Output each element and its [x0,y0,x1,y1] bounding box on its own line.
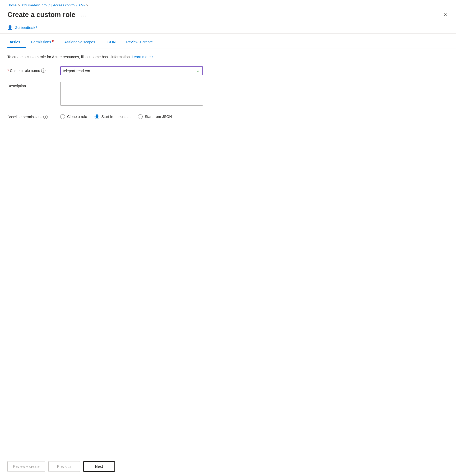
breadcrumb-sep-1: > [18,3,20,7]
tab-json[interactable]: JSON [100,38,121,48]
feedback-icon: 👤 [7,25,13,30]
panel-content: To create a custom role for Azure resour… [0,48,456,457]
create-custom-role-panel: Home > atburke-test_group | Access contr… [0,0,456,476]
required-star: * [7,68,9,73]
next-button[interactable]: Next [83,461,115,472]
role-name-input[interactable] [60,66,203,75]
description-row: Description [7,82,449,106]
previous-button[interactable]: Previous [48,461,80,472]
radio-clone-role-label: Clone a role [67,115,87,119]
permissions-dot [52,40,54,42]
radio-start-json-input[interactable] [138,114,143,119]
valid-check-icon: ✓ [197,68,200,74]
breadcrumb-sep-2: > [86,3,88,7]
role-name-row: * Custom role name i ✓ [7,66,449,75]
radio-start-json-label: Start from JSON [145,115,172,119]
external-link-icon: ↗ [151,56,153,59]
radio-clone-role[interactable]: Clone a role [60,114,87,119]
role-name-input-wrap: ✓ [60,66,203,75]
baseline-permissions-row: Baseline permissions i Clone a role Star… [7,113,449,119]
learn-more-link[interactable]: Learn more↗ [132,55,154,59]
tab-assignable-scopes[interactable]: Assignable scopes [59,38,100,48]
radio-clone-role-input[interactable] [60,114,65,119]
radio-group: Clone a role Start from scratch Start fr… [60,113,203,119]
tab-review-create[interactable]: Review + create [121,38,158,48]
breadcrumb: Home > atburke-test_group | Access contr… [0,0,456,9]
review-create-button[interactable]: Review + create [7,461,45,472]
baseline-permissions-label: Baseline permissions i [7,113,60,119]
feedback-bar: 👤 Got feedback? [0,23,456,34]
radio-start-json[interactable]: Start from JSON [138,114,172,119]
role-name-info-icon[interactable]: i [41,68,45,73]
role-name-input-wrapper: ✓ [60,66,203,75]
radio-start-scratch[interactable]: Start from scratch [95,114,131,119]
description-input-wrap [60,82,203,106]
tab-permissions[interactable]: Permissions [26,38,59,48]
ellipsis-button[interactable]: ... [78,11,89,19]
feedback-link[interactable]: Got feedback? [15,26,37,30]
close-button[interactable]: × [442,10,449,19]
panel-footer: Review + create Previous Next [0,457,456,476]
baseline-permissions-options: Clone a role Start from scratch Start fr… [60,113,203,119]
description-label: Description [7,82,60,88]
role-name-label: * Custom role name i [7,66,60,73]
tabs-bar: Basics Permissions Assignable scopes JSO… [0,34,456,48]
baseline-info-icon[interactable]: i [43,115,48,119]
tab-basics[interactable]: Basics [7,38,26,48]
radio-start-scratch-input[interactable] [95,114,99,119]
description-input[interactable] [60,82,203,106]
description-text: To create a custom role for Azure resour… [7,55,449,59]
panel-title-row: Create a custom role ... [7,11,89,19]
breadcrumb-home[interactable]: Home [7,3,17,7]
page-title: Create a custom role [7,11,75,19]
radio-start-scratch-label: Start from scratch [101,115,131,119]
panel-header: Create a custom role ... × [0,9,456,23]
breadcrumb-resource-group[interactable]: atburke-test_group | Access control (IAM… [22,3,85,7]
